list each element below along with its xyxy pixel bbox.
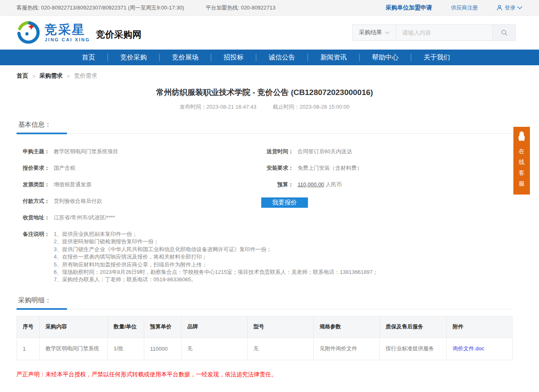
budget-amount[interactable]: 110,000.00 [298, 181, 324, 188]
search-button[interactable] [492, 25, 515, 40]
quote-button[interactable]: 我要报价 [261, 197, 308, 208]
info-row-install-requirement: 安装要求： 免费上门安装（含材料费） [260, 164, 513, 172]
col-header-attachment: 附件 [447, 316, 513, 337]
col-header-brand: 品牌 [181, 316, 248, 337]
field-label: 预算： [260, 181, 293, 188]
col-header-unit-price: 预算单价 [144, 316, 181, 337]
detail-section-title: 采购明细： [17, 296, 513, 309]
main-content: 首页 > 采购需求 > 竞价需求 常州纺织服装职业技术学院 - 竞价公告 (CB… [17, 72, 513, 392]
login-button[interactable]: 登录 [496, 4, 522, 12]
remark-item: 3、提供门锁生产企业《中华人民共和国工业和信息化部电信设备进网许可证》复印件一份… [54, 246, 378, 253]
service-hotline: 客服热线: 020-80922713/80922307/80922371 (周一… [17, 4, 184, 12]
cell-spec: 见附件询价文件 [314, 337, 380, 360]
col-header-content: 采购内容 [40, 316, 108, 337]
cell-model: 无 [248, 337, 314, 360]
remark-item: 6、现场勘察时间：2023年8月26日9时，勘察集合点：学校校务中心1215室；… [54, 268, 378, 276]
remark-item: 7、采购经办联系人：丁老师；联系电话：0519-86336065。 [54, 276, 378, 283]
nav-item-news[interactable]: 新闻资讯 [308, 54, 360, 61]
top-utility-bar: 客服热线: 020-80922713/80922307/80922371 (周一… [0, 0, 539, 16]
customer-service-label: 在线客服 [513, 146, 530, 189]
search-box: 采购结果 [352, 24, 516, 41]
field-value: 国产含税 [54, 164, 75, 172]
col-header-seq: 序号 [17, 316, 40, 337]
remarks-label: 备注说明： [17, 230, 50, 284]
field-label: 送货时间： [260, 148, 293, 155]
budget-currency: 人民币 [324, 181, 342, 188]
info-row-invoice-type: 发票类型： 增值税普通发票 [17, 181, 260, 188]
search-category-select[interactable]: 采购结果 [353, 25, 396, 40]
info-row-payment-method: 付款方式： 货到验收合格后付款 [17, 197, 260, 205]
notice-title: 常州纺织服装职业技术学院 - 竞价公告 (CB128072023000016) [17, 87, 513, 98]
nav-item-integrity-notice[interactable]: 诚信公告 [256, 54, 308, 61]
procurement-detail-table: 序号 采购内容 数量/单位 预算单价 品牌 型号 规格参数 质保及售后服务 附件… [17, 316, 513, 360]
field-value: 江苏省/常州市/武进区/**** [54, 214, 115, 221]
table-header-row: 序号 采购内容 数量/单位 预算单价 品牌 型号 规格参数 质保及售后服务 附件 [17, 316, 513, 337]
site-name: 竞价采购网 [96, 29, 141, 41]
site-logo[interactable]: 竞采星 JING CAI XING [17, 21, 90, 45]
deadline-time: 截止时间：2023-08-28 15:00:00 [273, 104, 350, 110]
logo-subtext: JING CAI XING [45, 38, 90, 42]
nav-item-tenders[interactable]: 招投标 [211, 54, 256, 61]
remark-item: 2、提供密码智能门锁检测报告复印件一份； [54, 238, 378, 245]
cell-brand: 无 [181, 337, 248, 360]
remarks-list: 1、提供营业执照副本复印件一份； 2、提供密码智能门锁检测报告复印件一份； 3、… [54, 230, 378, 284]
breadcrumb-home[interactable]: 首页 [17, 72, 28, 80]
nav-item-home[interactable]: 首页 [69, 54, 108, 61]
nav-item-bidding-procurement[interactable]: 竞价采购 [108, 54, 160, 61]
user-icon [496, 4, 503, 11]
cell-unit-price: 110000 [144, 337, 181, 360]
table-row: 1 教学区弱电间门禁系统 1/批 110000 无 无 见附件询价文件 按行业标… [17, 337, 513, 360]
field-label: 收货地址： [17, 214, 50, 221]
info-row-delivery-time: 送货时间： 合同签订后60天内送达 [260, 148, 513, 155]
remarks-section: 备注说明： 1、提供营业执照副本复印件一份； 2、提供密码智能门锁检测报告复印件… [17, 230, 513, 284]
info-row-quote-requirement: 报价要求： 国产含税 [17, 164, 260, 172]
cell-content: 教学区弱电间门禁系统 [40, 337, 108, 360]
info-row-budget: 预算： 110,000.00 人民币 [260, 181, 513, 188]
col-header-spec: 规格参数 [314, 316, 380, 337]
site-header: 竞采星 JING CAI XING 竞价采购网 采购结果 [0, 16, 539, 50]
basic-info-grid: 申购主题： 教学区弱电间门禁系统项目 报价要求： 国产含税 发票类型： 增值税普… [17, 148, 513, 230]
remark-item: 1、提供营业执照副本复印件一份； [54, 230, 378, 238]
field-label: 申购主题： [17, 148, 50, 155]
field-value: 教学区弱电间门禁系统项目 [54, 148, 118, 155]
logo-swirl-icon [17, 21, 41, 45]
notice-dates: 发布时间：2023-08-21 16:47:43 截止时间：2023-08-28… [17, 103, 513, 111]
purchaser-join-link[interactable]: 采购单位加盟申请 [386, 4, 432, 12]
field-label: 报价要求： [17, 164, 50, 172]
remark-item: 4、在报价一览表内填写响应情况及报价，将相关材料全部打印； [54, 253, 378, 261]
breadcrumb-procurement-demand[interactable]: 采购需求 [40, 72, 63, 80]
nav-item-about-us[interactable]: 关于我们 [411, 54, 463, 61]
cell-service: 按行业标准提供服务 [380, 337, 447, 360]
breadcrumb-bidding-demand: 竞价需求 [74, 72, 97, 80]
field-value: 合同签订后60天内送达 [298, 148, 352, 155]
field-value: 免费上门安装（含材料费） [298, 164, 362, 172]
online-customer-service-button[interactable]: 在线客服 [513, 127, 530, 195]
info-row-delivery-address: 收货地址： 江苏省/常州市/武进区/**** [17, 214, 260, 221]
remark-item: 5、所有响应材料均加盖报价供应商公章，扫描后作为附件上传； [54, 261, 378, 268]
chevron-down-icon [385, 31, 390, 34]
search-icon [501, 29, 508, 36]
qq-penguin-icon [516, 131, 527, 143]
publish-time: 发布时间：2023-08-21 16:47:43 [179, 104, 256, 110]
field-value: 货到验收合格后付款 [54, 197, 102, 205]
cell-seq: 1 [17, 337, 40, 360]
field-label: 安装要求： [260, 164, 293, 172]
breadcrumb: 首页 > 采购需求 > 竞价需求 [17, 72, 513, 80]
search-category-label: 采购结果 [359, 29, 382, 36]
nav-item-help-center[interactable]: 帮助中心 [360, 54, 411, 61]
search-input[interactable] [396, 25, 492, 40]
basic-info-section-title: 基本信息： [17, 121, 513, 134]
supplier-register-link[interactable]: 供应商注册 [451, 4, 478, 12]
field-value: 增值税普通发票 [54, 181, 91, 188]
breadcrumb-separator: > [67, 73, 70, 79]
field-label: 发票类型： [17, 181, 50, 188]
logo-text: 竞采星 [45, 24, 90, 36]
chevron-down-icon [517, 6, 522, 10]
attachment-link[interactable]: 询价文件.doc [453, 345, 484, 352]
col-header-service: 质保及售后服务 [380, 316, 447, 337]
legal-statement: 严正声明：未经本平台授权，严禁以任何形式转载或使用本平台数据，一经发现，依法追究… [17, 371, 513, 378]
info-row-subject: 申购主题： 教学区弱电间门禁系统项目 [17, 148, 260, 155]
main-nav: 首页 竞价采购 竞价展场 招投标 诚信公告 新闻资讯 帮助中心 关于我们 [0, 50, 539, 65]
col-header-model: 型号 [248, 316, 314, 337]
nav-item-bidding-hall[interactable]: 竞价展场 [160, 54, 211, 61]
